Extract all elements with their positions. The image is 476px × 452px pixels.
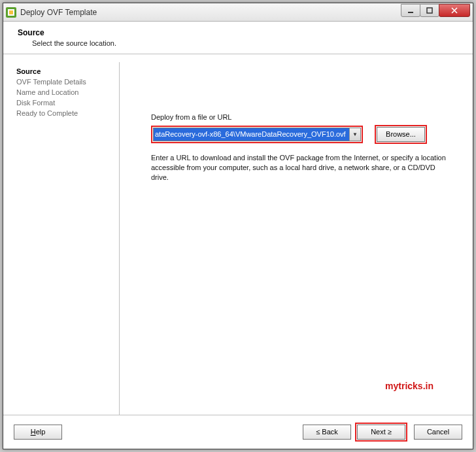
next-highlight: Next ≥	[355, 423, 407, 442]
titlebar[interactable]: Deploy OVF Template	[3, 3, 473, 22]
wizard-body: Source OVF Template Details Name and Loc…	[3, 54, 473, 417]
watermark-text: mytricks.in	[385, 381, 434, 391]
page-subtitle: Select the source location.	[32, 39, 458, 47]
source-field-label: Deploy from a file or URL	[151, 113, 452, 121]
step-name-location[interactable]: Name and Location	[15, 87, 115, 97]
maximize-button[interactable]	[420, 4, 439, 17]
minimize-button[interactable]	[401, 4, 420, 17]
source-hint: Enter a URL to download and install the …	[151, 153, 452, 183]
close-button[interactable]	[439, 4, 470, 17]
cancel-button[interactable]: Cancel	[414, 425, 462, 440]
svg-rect-2	[9, 10, 13, 14]
step-disk-format[interactable]: Disk Format	[15, 97, 115, 108]
next-button[interactable]: Next ≥	[357, 425, 405, 440]
window-title: Deploy OVF Template	[20, 8, 401, 17]
wizard-steps: Source OVF Template Details Name and Loc…	[12, 62, 120, 417]
source-input-highlight: ataRecovery-ovf-x86_64\VMwareDataRecover…	[151, 126, 363, 143]
wizard-footer: Help ≤ Back Next ≥ Cancel	[3, 415, 473, 449]
step-ovf-details[interactable]: OVF Template Details	[15, 77, 115, 87]
step-source[interactable]: Source	[15, 66, 115, 77]
main-panel: Deploy from a file or URL ataRecovery-ov…	[120, 62, 464, 417]
chevron-down-icon[interactable]: ▼	[349, 128, 360, 141]
step-ready-complete[interactable]: Ready to Complete	[15, 108, 115, 118]
app-icon	[6, 7, 16, 18]
dialog-window: Deploy OVF Template Source Select the so…	[3, 3, 473, 449]
source-row: ataRecovery-ovf-x86_64\VMwareDataRecover…	[151, 125, 452, 144]
browse-highlight: Browse...	[375, 125, 427, 144]
wizard-header: Source Select the source location.	[3, 22, 473, 54]
source-path-combo[interactable]: ataRecovery-ovf-x86_64\VMwareDataRecover…	[153, 128, 361, 141]
window-controls	[401, 4, 470, 17]
page-title: Source	[18, 28, 458, 37]
source-path-value[interactable]: ataRecovery-ovf-x86_64\VMwareDataRecover…	[154, 128, 349, 141]
back-button[interactable]: ≤ Back	[303, 425, 351, 440]
svg-rect-3	[408, 12, 413, 13]
help-button[interactable]: Help	[14, 425, 62, 440]
svg-rect-4	[427, 8, 432, 13]
browse-button[interactable]: Browse...	[377, 127, 425, 142]
